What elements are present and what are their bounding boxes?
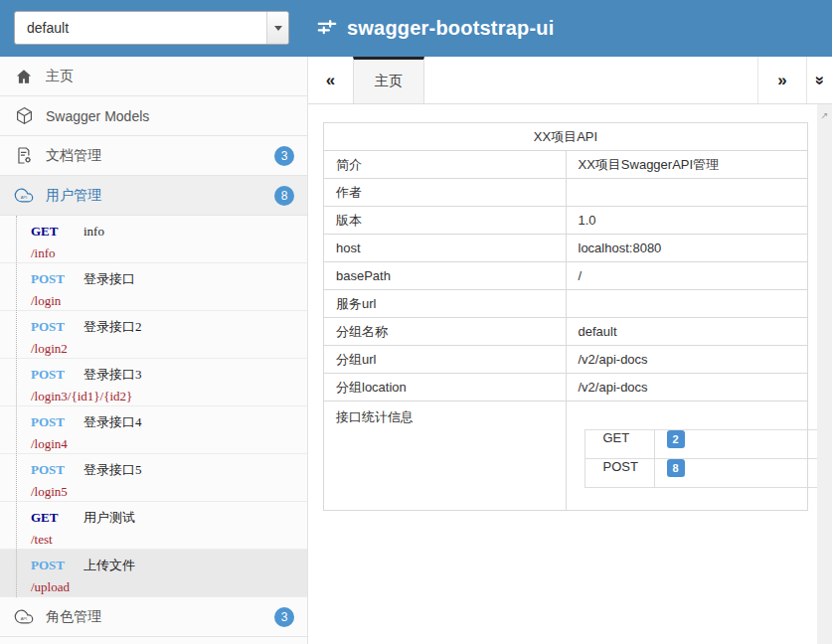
tab-menu-button[interactable]: » [806, 57, 832, 103]
api-name: 用户测试 [83, 509, 135, 527]
svg-text:API: API [21, 195, 27, 200]
api-item-login2[interactable]: POST 登录接口2 /login2 [0, 311, 307, 359]
api-item-test[interactable]: GET 用户测试 /test [0, 502, 307, 550]
method-badge: POST [31, 271, 83, 287]
sidebar-item-user-manage[interactable]: API 用户管理 8 [0, 176, 307, 216]
method-badge: POST [31, 558, 83, 573]
stat-count-cell: 2 [654, 430, 832, 459]
api-path: /test [31, 532, 307, 548]
row-value: /v2/api-docs [566, 374, 808, 402]
row-value: / [566, 262, 808, 290]
api-item-login4[interactable]: POST 登录接口4 /login4 [0, 406, 307, 454]
stat-count-badge: 8 [667, 459, 685, 477]
sidebar-item-role-manage[interactable]: API 角色管理 3 [0, 597, 307, 637]
collapse-sidebar-button[interactable]: « [308, 57, 353, 103]
tab-label: 主页 [375, 73, 403, 90]
scroll-tabs-right-button[interactable]: » [757, 57, 806, 103]
api-path: /upload [31, 579, 307, 595]
sidebar-item-label: 用户管理 [46, 187, 274, 205]
tab-bar: « 主页 » » [308, 57, 832, 104]
api-item-login[interactable]: POST 登录接口 /login [0, 263, 307, 311]
table-row: 接口统计信息 GET 2 POST 8 [324, 402, 808, 511]
tab-home[interactable]: 主页 [353, 57, 424, 103]
table-row: GET 2 [584, 430, 832, 459]
row-value: 1.0 [566, 207, 808, 235]
stat-count-cell: 8 [654, 459, 832, 488]
brand: swagger-bootstrap-ui [316, 0, 554, 57]
stat-method: POST [584, 459, 654, 488]
stat-method: GET [584, 430, 654, 459]
row-value [566, 179, 808, 207]
row-value [566, 290, 808, 318]
api-path: /login3/{id1}/{id2} [31, 389, 307, 404]
count-badge: 8 [274, 186, 294, 206]
api-info-table: XX项目API 简介 XX项目SwaggerAPI管理 作者 版本 1.0 ho… [323, 122, 808, 511]
method-badge: GET [31, 510, 83, 526]
scrollbar[interactable]: ↗ [817, 104, 832, 644]
method-badge: POST [31, 414, 83, 430]
table-row: 分组location /v2/api-docs [324, 374, 808, 402]
svg-text:API: API [21, 616, 27, 621]
api-path: /login4 [31, 436, 307, 452]
method-badge: POST [31, 462, 83, 478]
row-label: 服务url [324, 290, 567, 318]
group-select[interactable]: default [14, 11, 289, 45]
api-list: GET info /info POST 登录接口 /login POST 登录接… [0, 216, 307, 597]
sidebar-item-swagger-models[interactable]: Swagger Models [0, 96, 307, 136]
table-row: POST 8 [584, 459, 832, 488]
sidebar-item-label: 文档管理 [46, 147, 274, 165]
sidebar-item-doc-manage[interactable]: 文档管理 3 [0, 136, 307, 176]
document-gear-icon [14, 146, 34, 166]
sidebar-item-label: 主页 [46, 68, 294, 85]
api-name: 登录接口5 [83, 461, 142, 479]
tree-guide-line [16, 216, 17, 597]
api-item-info[interactable]: GET info /info [0, 216, 307, 263]
sidebar-item-home[interactable]: 主页 [0, 57, 307, 96]
app-title: swagger-bootstrap-ui [347, 17, 554, 40]
count-badge: 3 [274, 607, 294, 627]
sidebar-item-label: 角色管理 [46, 608, 274, 626]
method-badge: GET [31, 224, 83, 240]
api-name: info [83, 224, 104, 240]
scroll-arrow-icon: ↗ [821, 110, 829, 120]
chevrons-down-icon: » [810, 76, 830, 84]
row-label: 版本 [324, 207, 567, 235]
group-select-value: default [15, 20, 266, 36]
api-item-upload[interactable]: POST 上传文件 /upload [0, 550, 307, 597]
api-name: 登录接口2 [83, 318, 142, 336]
table-row: 版本 1.0 [324, 207, 808, 235]
row-label: 作者 [324, 179, 567, 207]
api-path: /login2 [31, 341, 307, 357]
api-title: XX项目API [324, 123, 808, 151]
table-row: 作者 [324, 179, 808, 207]
models-cube-icon [14, 106, 34, 126]
row-value: /v2/api-docs [566, 346, 808, 374]
chevron-down-icon [266, 12, 288, 44]
row-value: GET 2 POST 8 [566, 402, 808, 511]
table-row: 简介 XX项目SwaggerAPI管理 [324, 151, 808, 179]
sidebar-item-label: Swagger Models [46, 108, 294, 124]
row-label: 分组名称 [324, 318, 567, 346]
api-name: 上传文件 [83, 557, 135, 574]
app-header: default swagger-bootstrap-ui [0, 0, 832, 57]
method-badge: POST [31, 367, 83, 383]
chevrons-right-icon: » [777, 71, 786, 90]
sliders-icon [316, 18, 338, 40]
method-badge: POST [31, 319, 83, 335]
sidebar: 主页 Swagger Models 文档管理 3 API [0, 57, 308, 644]
table-row: 服务url [324, 290, 808, 318]
row-label: 分组location [324, 374, 567, 402]
table-row: 分组url /v2/api-docs [324, 346, 808, 374]
table-row: host localhost:8080 [324, 235, 808, 262]
table-row: XX项目API [324, 123, 808, 151]
row-label: 简介 [324, 151, 567, 179]
row-label: host [324, 235, 567, 262]
row-value: localhost:8080 [566, 235, 808, 262]
api-item-login3[interactable]: POST 登录接口3 /login3/{id1}/{id2} [0, 359, 307, 406]
api-path: /login [31, 293, 307, 309]
table-row: basePath / [324, 262, 808, 290]
api-path: /info [31, 245, 307, 261]
home-icon [14, 67, 34, 86]
api-item-login5[interactable]: POST 登录接口5 /login5 [0, 454, 307, 502]
cloud-api-icon: API [14, 607, 34, 627]
